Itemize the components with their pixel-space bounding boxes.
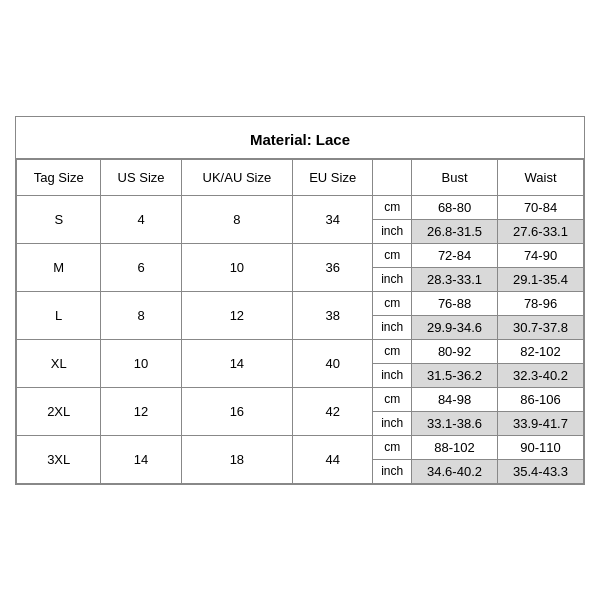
- size-table: Tag Size US Size UK/AU Size EU Size Bust…: [16, 159, 584, 484]
- waist-inch-cell: 32.3-40.2: [498, 363, 584, 387]
- header-bust: Bust: [412, 159, 498, 195]
- bust-cm-cell: 76-88: [412, 291, 498, 315]
- waist-inch-cell: 35.4-43.3: [498, 459, 584, 483]
- bust-cm-cell: 72-84: [412, 243, 498, 267]
- unit-cm-cell: cm: [373, 435, 412, 459]
- table-row: M61036cm72-8474-90: [17, 243, 584, 267]
- table-row: L81238cm76-8878-96: [17, 291, 584, 315]
- waist-cm-cell: 82-102: [498, 339, 584, 363]
- eu-size-cell: 42: [293, 387, 373, 435]
- bust-inch-cell: 31.5-36.2: [412, 363, 498, 387]
- ukau-size-cell: 10: [181, 243, 292, 291]
- unit-inch-cell: inch: [373, 363, 412, 387]
- waist-cm-cell: 78-96: [498, 291, 584, 315]
- unit-cm-cell: cm: [373, 243, 412, 267]
- size-chart-container: Material: Lace Tag Size US Size UK/AU Si…: [15, 116, 585, 485]
- unit-inch-cell: inch: [373, 219, 412, 243]
- table-row: S4834cm68-8070-84: [17, 195, 584, 219]
- header-unit: [373, 159, 412, 195]
- tag-size-cell: L: [17, 291, 101, 339]
- waist-cm-cell: 70-84: [498, 195, 584, 219]
- bust-cm-cell: 80-92: [412, 339, 498, 363]
- bust-inch-cell: 28.3-33.1: [412, 267, 498, 291]
- us-size-cell: 6: [101, 243, 181, 291]
- table-row: XL101440cm80-9282-102: [17, 339, 584, 363]
- waist-inch-cell: 27.6-33.1: [498, 219, 584, 243]
- tag-size-cell: 3XL: [17, 435, 101, 483]
- us-size-cell: 12: [101, 387, 181, 435]
- header-waist: Waist: [498, 159, 584, 195]
- us-size-cell: 8: [101, 291, 181, 339]
- unit-cm-cell: cm: [373, 339, 412, 363]
- us-size-cell: 14: [101, 435, 181, 483]
- waist-inch-cell: 30.7-37.8: [498, 315, 584, 339]
- bust-inch-cell: 26.8-31.5: [412, 219, 498, 243]
- eu-size-cell: 34: [293, 195, 373, 243]
- unit-inch-cell: inch: [373, 411, 412, 435]
- unit-cm-cell: cm: [373, 195, 412, 219]
- header-eu-size: EU Size: [293, 159, 373, 195]
- waist-inch-cell: 29.1-35.4: [498, 267, 584, 291]
- header-ukau-size: UK/AU Size: [181, 159, 292, 195]
- bust-inch-cell: 34.6-40.2: [412, 459, 498, 483]
- ukau-size-cell: 18: [181, 435, 292, 483]
- ukau-size-cell: 12: [181, 291, 292, 339]
- waist-cm-cell: 74-90: [498, 243, 584, 267]
- table-row: 2XL121642cm84-9886-106: [17, 387, 584, 411]
- eu-size-cell: 38: [293, 291, 373, 339]
- ukau-size-cell: 14: [181, 339, 292, 387]
- bust-cm-cell: 84-98: [412, 387, 498, 411]
- unit-inch-cell: inch: [373, 315, 412, 339]
- tag-size-cell: 2XL: [17, 387, 101, 435]
- ukau-size-cell: 16: [181, 387, 292, 435]
- header-us-size: US Size: [101, 159, 181, 195]
- eu-size-cell: 44: [293, 435, 373, 483]
- bust-inch-cell: 29.9-34.6: [412, 315, 498, 339]
- us-size-cell: 4: [101, 195, 181, 243]
- eu-size-cell: 36: [293, 243, 373, 291]
- us-size-cell: 10: [101, 339, 181, 387]
- tag-size-cell: XL: [17, 339, 101, 387]
- bust-cm-cell: 68-80: [412, 195, 498, 219]
- header-tag-size: Tag Size: [17, 159, 101, 195]
- waist-cm-cell: 86-106: [498, 387, 584, 411]
- unit-cm-cell: cm: [373, 291, 412, 315]
- unit-inch-cell: inch: [373, 459, 412, 483]
- unit-cm-cell: cm: [373, 387, 412, 411]
- waist-cm-cell: 90-110: [498, 435, 584, 459]
- waist-inch-cell: 33.9-41.7: [498, 411, 584, 435]
- bust-cm-cell: 88-102: [412, 435, 498, 459]
- table-row: 3XL141844cm88-10290-110: [17, 435, 584, 459]
- tag-size-cell: S: [17, 195, 101, 243]
- bust-inch-cell: 33.1-38.6: [412, 411, 498, 435]
- tag-size-cell: M: [17, 243, 101, 291]
- eu-size-cell: 40: [293, 339, 373, 387]
- chart-title: Material: Lace: [16, 117, 584, 159]
- ukau-size-cell: 8: [181, 195, 292, 243]
- unit-inch-cell: inch: [373, 267, 412, 291]
